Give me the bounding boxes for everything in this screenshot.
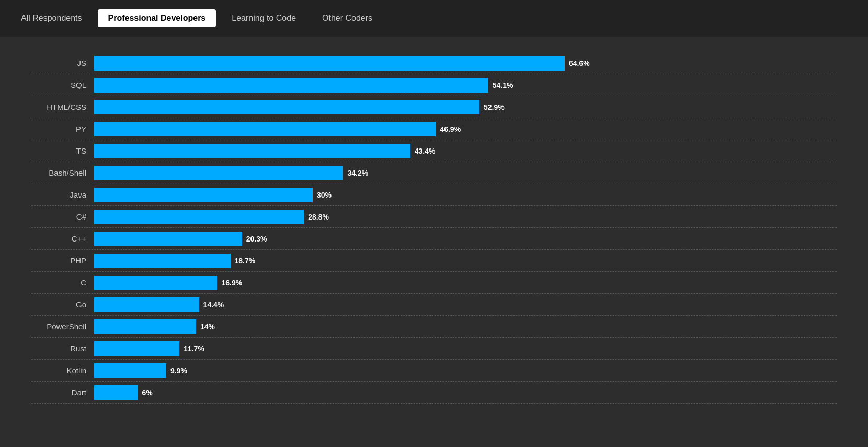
bar-value: 11.7% [179,345,204,353]
bar-label: JS [31,59,94,67]
bar-value: 46.9% [436,125,461,133]
bar-value: 34.2% [343,169,368,177]
bar-fill [94,363,166,378]
bar-label: PowerShell [31,322,94,331]
bar-fill [94,144,410,158]
tab-learning-to-code[interactable]: Learning to Code [221,9,306,27]
bar-fill [94,319,196,334]
bar-fill [94,56,565,71]
bar-value: 18.7% [231,257,256,265]
bar-track: 18.7% [94,254,837,268]
bar-row: Kotlin9.9% [31,360,837,382]
bar-fill [94,122,436,136]
bar-row: Rust11.7% [31,338,837,360]
bar-track: 6% [94,385,837,400]
bar-fill [94,100,479,114]
bar-track: 46.9% [94,122,837,136]
bar-row: PHP18.7% [31,250,837,272]
bar-track: 20.3% [94,232,837,246]
bar-label: Kotlin [31,366,94,375]
bar-label: HTML/CSS [31,102,94,111]
bar-label: PY [31,124,94,133]
bar-fill [94,188,313,202]
bar-row: C16.9% [31,272,837,294]
bar-label: TS [31,146,94,155]
bar-row: Go14.4% [31,294,837,316]
bar-track: 64.6% [94,56,837,71]
bar-track: 34.2% [94,166,837,180]
bar-row: TS43.4% [31,140,837,162]
bar-label: Bash/Shell [31,168,94,177]
tab-all-respondents[interactable]: All Respondents [10,9,93,27]
bar-value: 14.4% [199,301,224,309]
bar-label: Java [31,190,94,199]
bar-track: 9.9% [94,363,837,378]
bar-value: 20.3% [242,235,267,243]
bar-value: 64.6% [565,59,590,67]
tab-other-coders[interactable]: Other Coders [312,9,383,27]
bar-track: 14.4% [94,297,837,312]
bar-track: 11.7% [94,341,837,356]
bar-fill [94,210,304,224]
tab-bar: All RespondentsProfessional DevelopersLe… [0,0,868,37]
bar-label: Rust [31,344,94,353]
bar-row: HTML/CSS52.9% [31,96,837,118]
bar-label: C# [31,212,94,221]
bar-row: Dart6% [31,382,837,404]
bar-track: 52.9% [94,100,837,114]
bar-label: C++ [31,234,94,243]
bar-fill [94,254,231,268]
bar-fill [94,78,488,93]
bar-value: 30% [313,191,332,199]
tab-professional-developers[interactable]: Professional Developers [98,9,216,27]
bar-track: 14% [94,319,837,334]
bar-label: C [31,278,94,287]
bar-track: 30% [94,188,837,202]
bar-value: 43.4% [410,147,436,155]
bar-fill [94,166,343,180]
bar-value: 9.9% [166,366,187,375]
bar-label: PHP [31,256,94,265]
bar-track: 16.9% [94,276,837,290]
bar-value: 28.8% [304,213,329,221]
bar-row: C#28.8% [31,206,837,228]
bar-row: PowerShell14% [31,316,837,338]
bar-row: C++20.3% [31,228,837,250]
bar-fill [94,276,217,290]
bar-row: JS64.6% [31,52,837,74]
bar-value: 16.9% [217,279,242,287]
bar-row: SQL54.1% [31,74,837,96]
bar-label: Dart [31,388,94,397]
bar-value: 54.1% [488,81,513,89]
bar-fill [94,232,242,246]
bar-value: 14% [196,323,215,331]
bar-row: PY46.9% [31,118,837,140]
bar-track: 43.4% [94,144,837,158]
bar-fill [94,297,199,312]
chart-container: JS64.6%SQL54.1%HTML/CSS52.9%PY46.9%TS43.… [0,37,868,419]
bar-value: 52.9% [479,103,505,111]
bar-track: 28.8% [94,210,837,224]
bar-fill [94,341,179,356]
bar-label: SQL [31,81,94,89]
bar-track: 54.1% [94,78,837,93]
bar-fill [94,385,138,400]
bar-row: Java30% [31,184,837,206]
bar-row: Bash/Shell34.2% [31,162,837,184]
bar-value: 6% [138,388,153,397]
bar-label: Go [31,300,94,309]
